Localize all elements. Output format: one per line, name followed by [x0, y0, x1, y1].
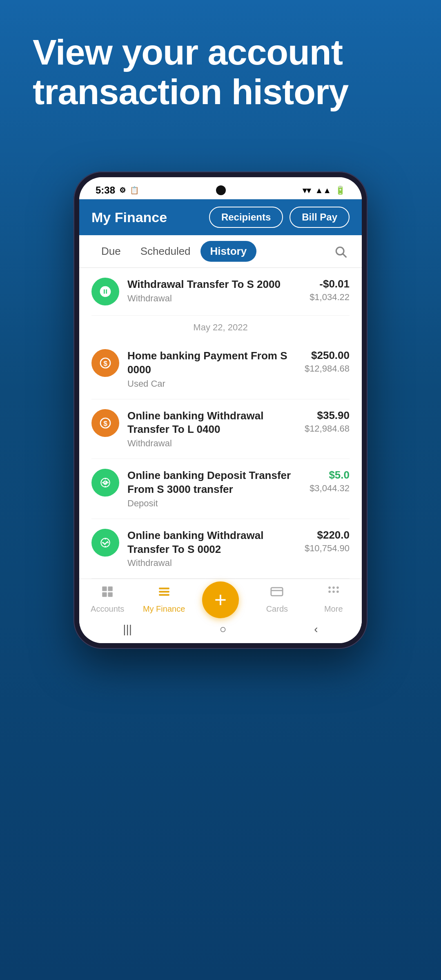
svg-point-20: [328, 591, 331, 593]
status-left: 5:38 ⚙ 📋: [96, 185, 139, 196]
bill-pay-button[interactable]: Bill Pay: [290, 207, 350, 228]
list-item: Withdrawal Transfer To S 2000 Withdrawal…: [91, 268, 350, 316]
accounts-label: Accounts: [91, 604, 124, 614]
battery-icon: 🔋: [335, 185, 345, 195]
tx-amount: $35.90: [305, 409, 350, 422]
more-label: More: [324, 604, 343, 614]
tx-icon-transfer: [91, 278, 119, 305]
nav-my-finance[interactable]: My Finance: [140, 585, 189, 614]
svg-rect-14: [159, 594, 169, 596]
tx-balance: $3,044.32: [310, 483, 350, 494]
tx-icon-withdrawal: $: [91, 409, 119, 437]
recipients-button[interactable]: Recipients: [209, 207, 283, 228]
tx-details: Online banking Withdrawal Transfer To S …: [127, 529, 296, 569]
tx-amounts: $35.90 $12,984.68: [305, 409, 350, 434]
list-item: Online banking Withdrawal Transfer To S …: [91, 519, 350, 579]
tx-name: Withdrawal Transfer To S 2000: [127, 278, 301, 292]
tx-amount: -$0.01: [310, 278, 350, 290]
phone-shell: 5:38 ⚙ 📋 ▾▾ ▲▲ 🔋 My Finance Recipients B…: [74, 172, 368, 649]
svg-point-19: [336, 587, 339, 589]
tx-name: Online banking Withdrawal Transfer To S …: [127, 529, 296, 557]
header-buttons: Recipients Bill Pay: [209, 207, 350, 228]
clipboard-icon: 📋: [130, 186, 139, 195]
recents-button[interactable]: |||: [123, 623, 132, 636]
list-item: $ Online banking Withdrawal Transfer To …: [91, 399, 350, 459]
tx-type: Withdrawal: [127, 558, 296, 568]
svg-rect-12: [159, 588, 169, 589]
phone-screen: 5:38 ⚙ 📋 ▾▾ ▲▲ 🔋 My Finance Recipients B…: [79, 177, 362, 643]
tab-history[interactable]: History: [200, 241, 257, 262]
tx-details: Online banking Withdrawal Transfer To L …: [127, 409, 296, 449]
phone-mockup: 5:38 ⚙ 📋 ▾▾ ▲▲ 🔋 My Finance Recipients B…: [74, 172, 368, 649]
tx-amount: $220.0: [305, 529, 350, 541]
tx-name: Online banking Withdrawal Transfer To L …: [127, 409, 296, 437]
hero-section: View your account transaction history: [33, 33, 408, 112]
camera-notch: [216, 185, 226, 195]
my-finance-icon: [157, 585, 171, 602]
svg-rect-13: [159, 591, 169, 592]
bottom-nav: Accounts My Finance +: [79, 579, 362, 618]
svg-line-1: [343, 254, 346, 257]
svg-rect-10: [102, 592, 107, 597]
home-indicator: ||| ○ ‹: [79, 618, 362, 643]
svg-rect-15: [271, 588, 283, 596]
app-title: My Finance: [91, 209, 167, 225]
tab-scheduled[interactable]: Scheduled: [131, 241, 200, 262]
tx-details: Withdrawal Transfer To S 2000 Withdrawal: [127, 278, 301, 304]
svg-point-17: [328, 587, 331, 589]
back-button[interactable]: ‹: [314, 623, 318, 636]
accounts-icon: [100, 585, 114, 602]
svg-point-21: [332, 591, 335, 593]
settings-icon: ⚙: [119, 186, 126, 195]
tx-name: Online banking Deposit Transfer From S 3…: [127, 469, 301, 497]
status-time: 5:38: [96, 185, 115, 196]
my-finance-label: My Finance: [143, 604, 185, 614]
more-icon: [327, 585, 341, 602]
svg-rect-11: [108, 592, 113, 597]
date-separator: May 22, 2022: [91, 316, 350, 339]
add-fab-button[interactable]: +: [202, 581, 239, 618]
tx-type: Deposit: [127, 498, 301, 509]
cards-icon: [270, 585, 284, 602]
list-item: $ Home banking Payment From S 0000 Used …: [91, 339, 350, 399]
search-button[interactable]: [332, 243, 350, 261]
tx-amount: $5.0: [310, 469, 350, 481]
tx-amounts: $5.0 $3,044.32: [310, 469, 350, 494]
tx-amounts: $250.00 $12,984.68: [305, 349, 350, 374]
app-header: My Finance Recipients Bill Pay: [79, 199, 362, 235]
tab-due[interactable]: Due: [91, 241, 131, 262]
svg-text:$: $: [103, 419, 107, 427]
wifi-icon: ▾▾: [303, 185, 311, 195]
nav-cards[interactable]: Cards: [252, 585, 301, 614]
tx-amounts: -$0.01 $1,034.22: [310, 278, 350, 303]
tx-type: Used Car: [127, 379, 296, 389]
tx-icon-payment: $: [91, 349, 119, 377]
tab-bar: Due Scheduled History: [79, 235, 362, 268]
transaction-list: Withdrawal Transfer To S 2000 Withdrawal…: [79, 268, 362, 579]
tx-icon-transfer2: [91, 529, 119, 557]
svg-rect-9: [108, 587, 113, 591]
tx-details: Home banking Payment From S 0000 Used Ca…: [127, 349, 296, 389]
status-bar: 5:38 ⚙ 📋 ▾▾ ▲▲ 🔋: [79, 177, 362, 199]
tx-type: Withdrawal: [127, 293, 301, 304]
tx-amounts: $220.0 $10,754.90: [305, 529, 350, 554]
nav-accounts[interactable]: Accounts: [83, 585, 132, 614]
svg-text:$: $: [103, 359, 107, 368]
svg-point-18: [332, 587, 335, 589]
nav-more[interactable]: More: [309, 585, 358, 614]
cards-label: Cards: [266, 604, 288, 614]
tx-balance: $10,754.90: [305, 543, 350, 554]
tx-amount: $250.00: [305, 349, 350, 362]
tx-name: Home banking Payment From S 0000: [127, 349, 296, 377]
tx-icon-deposit: [91, 469, 119, 497]
svg-rect-8: [102, 587, 107, 591]
tx-balance: $1,034.22: [310, 292, 350, 303]
home-button[interactable]: ○: [220, 623, 227, 636]
svg-point-22: [336, 591, 339, 593]
list-item: Online banking Deposit Transfer From S 3…: [91, 459, 350, 519]
tx-balance: $12,984.68: [305, 423, 350, 434]
status-right: ▾▾ ▲▲ 🔋: [303, 185, 345, 195]
tx-balance: $12,984.68: [305, 363, 350, 374]
signal-icon: ▲▲: [315, 186, 331, 195]
tx-type: Withdrawal: [127, 438, 296, 449]
